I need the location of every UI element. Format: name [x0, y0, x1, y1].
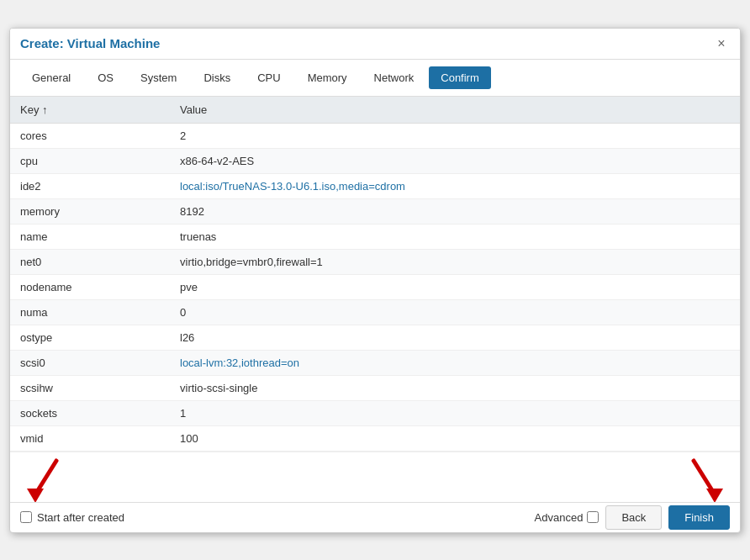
table-cell-value: virtio-scsi-single	[170, 375, 740, 400]
table-cell-value: 2	[170, 123, 740, 148]
table-row: cpux86-64-v2-AES	[10, 148, 740, 173]
table-row: ide2local:iso/TrueNAS-13.0-U6.1.iso,medi…	[10, 173, 740, 198]
create-vm-dialog: Create: Virtual Machine × General OS Sys…	[9, 28, 741, 533]
tab-system[interactable]: System	[129, 66, 188, 89]
tab-disks[interactable]: Disks	[192, 66, 242, 89]
start-after-label[interactable]: Start after created	[20, 511, 124, 524]
svg-marker-3	[706, 489, 723, 503]
table-cell-value: 100	[170, 425, 740, 451]
tab-general[interactable]: General	[20, 66, 82, 89]
table-cell-value: truenas	[170, 224, 740, 249]
table-row: numa0	[10, 299, 740, 325]
finish-button[interactable]: Finish	[668, 505, 730, 530]
arrow-left	[27, 457, 69, 505]
table-cell-key: cpu	[10, 148, 170, 173]
col-header-key: Key ↑	[10, 97, 170, 124]
table-cell-value: pve	[170, 274, 740, 299]
advanced-label[interactable]: Advanced	[535, 511, 599, 524]
table-cell-value: local-lvm:32,iothread=on	[170, 350, 740, 375]
tab-cpu[interactable]: CPU	[246, 66, 292, 89]
tab-memory[interactable]: Memory	[296, 66, 359, 89]
config-table: Key ↑ Value cores2cpux86-64-v2-AESide2lo…	[10, 97, 740, 452]
advanced-text: Advanced	[535, 511, 584, 524]
table-cell-key: vmid	[10, 425, 170, 451]
dialog-title: Create: Virtual Machine	[20, 36, 160, 50]
tab-network[interactable]: Network	[362, 66, 426, 89]
tab-confirm[interactable]: Confirm	[429, 66, 491, 89]
table-row: memory8192	[10, 198, 740, 224]
dialog-title-bar: Create: Virtual Machine ×	[10, 29, 740, 60]
table-row: nametruenas	[10, 224, 740, 249]
table-cell-value: l26	[170, 325, 740, 350]
table-cell-key: nodename	[10, 274, 170, 299]
table-value-link: local-lvm:32,iothread=on	[180, 357, 299, 369]
table-cell-value: 8192	[170, 198, 740, 224]
svg-marker-1	[27, 489, 44, 503]
back-button[interactable]: Back	[605, 505, 662, 530]
table-row: vmid100	[10, 425, 740, 451]
table-cell-key: scsihw	[10, 375, 170, 400]
arrow-right	[681, 457, 723, 505]
table-row: ostypel26	[10, 325, 740, 350]
table-cell-value: 0	[170, 299, 740, 325]
dialog-footer: Start after created Advanced Back Finish	[10, 502, 740, 532]
confirm-content: Key ↑ Value cores2cpux86-64-v2-AESide2lo…	[10, 97, 740, 452]
table-cell-key: cores	[10, 123, 170, 148]
start-after-checkbox[interactable]	[20, 511, 32, 523]
table-cell-key: memory	[10, 198, 170, 224]
table-cell-key: name	[10, 224, 170, 249]
table-row: nodenamepve	[10, 274, 740, 299]
table-cell-key: ostype	[10, 325, 170, 350]
arrow-area	[10, 452, 740, 502]
table-row: scsi0local-lvm:32,iothread=on	[10, 350, 740, 375]
table-cell-value: 1	[170, 400, 740, 425]
table-cell-key: numa	[10, 299, 170, 325]
table-cell-value: x86-64-v2-AES	[170, 148, 740, 173]
close-button[interactable]: ×	[713, 35, 730, 52]
table-row: sockets1	[10, 400, 740, 425]
table-cell-value: local:iso/TrueNAS-13.0-U6.1.iso,media=cd…	[170, 173, 740, 198]
table-row: cores2	[10, 123, 740, 148]
table-row: scsihwvirtio-scsi-single	[10, 375, 740, 400]
table-cell-key: scsi0	[10, 350, 170, 375]
col-header-value: Value	[170, 97, 740, 124]
tab-os[interactable]: OS	[86, 66, 125, 89]
table-cell-key: ide2	[10, 173, 170, 198]
table-cell-value: virtio,bridge=vmbr0,firewall=1	[170, 249, 740, 274]
tab-bar: General OS System Disks CPU Memory Netwo…	[10, 60, 740, 97]
advanced-checkbox[interactable]	[587, 511, 599, 523]
table-cell-key: sockets	[10, 400, 170, 425]
table-value-link: local:iso/TrueNAS-13.0-U6.1.iso,media=cd…	[180, 180, 405, 193]
start-after-text: Start after created	[37, 511, 124, 524]
table-row: net0virtio,bridge=vmbr0,firewall=1	[10, 249, 740, 274]
table-cell-key: net0	[10, 249, 170, 274]
footer-actions: Advanced Back Finish	[535, 505, 730, 530]
